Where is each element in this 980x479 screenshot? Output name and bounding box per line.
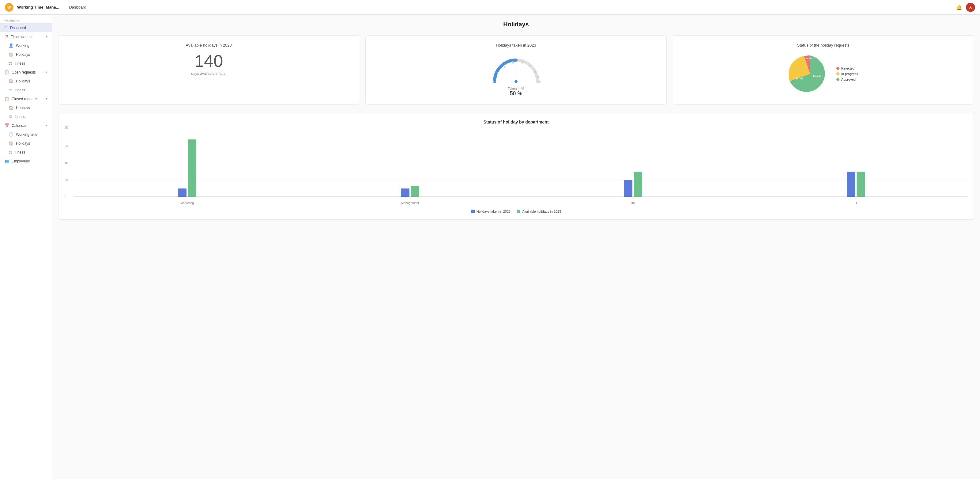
- chevron-down-icon: ▾: [46, 70, 48, 74]
- svg-text:4: 4: [503, 65, 505, 68]
- sidebar-item-label: Illness: [15, 88, 25, 92]
- approved-dot: [836, 78, 840, 81]
- topbar-nav: Dasboard: [69, 5, 86, 10]
- dept-marketing: [76, 129, 299, 197]
- bar-chart-legend: Holidays taken in 2023 Available holiday…: [65, 210, 967, 213]
- dept-it: [745, 129, 967, 197]
- notification-icon[interactable]: 🔔: [956, 4, 962, 10]
- dept-management: [299, 129, 522, 197]
- y-label-40: 40: [65, 161, 68, 165]
- sidebar-item-label: Open requests: [12, 70, 36, 75]
- avatar[interactable]: A: [966, 3, 975, 12]
- dept-labels: Marketing Management HR IT: [76, 201, 967, 205]
- sidebar-item-time-accounts[interactable]: ⏱ Time accounts ▾: [0, 32, 52, 41]
- sidebar-item-label: Dasboard: [10, 26, 26, 30]
- clock-icon: 🕐: [9, 132, 13, 137]
- time-accounts-icon: ⏱: [4, 34, 8, 39]
- it-available-bar: [857, 172, 865, 197]
- sidebar-item-label: Holidays: [16, 141, 30, 145]
- sidebar-item-closed-holidays[interactable]: 🏠 Holidays: [0, 103, 52, 112]
- sidebar-item-label: Holidays: [16, 79, 30, 83]
- sidebar-item-label: Employees: [12, 159, 30, 163]
- dept-label-it: IT: [745, 201, 967, 205]
- legend-rejected: Rejected: [836, 67, 858, 70]
- chevron-down-icon: ▾: [46, 35, 48, 38]
- pie-legend: Rejected In progress Approved: [836, 67, 858, 81]
- available-holidays-subtitle: days available in total: [191, 72, 226, 76]
- sidebar-item-working-time[interactable]: 🕐 Working time: [0, 130, 52, 139]
- svg-text:7: 7: [528, 65, 530, 68]
- illness-icon: ⚖: [9, 61, 12, 65]
- sidebar-item-label: Illness: [15, 115, 25, 119]
- svg-point-10: [514, 80, 517, 83]
- closed-requests-icon: 📋: [4, 97, 9, 101]
- topbar-right: 🔔 A: [956, 3, 975, 12]
- approved-label: Approved: [841, 78, 856, 81]
- topbar: W Working Time: Mana... Dasboard 🔔 A: [0, 0, 980, 15]
- hr-available-bar: [634, 172, 642, 197]
- legend-in-progress: In progress: [836, 72, 858, 76]
- bar-chart-section: Status of holiday by department 80 60 40…: [58, 113, 974, 220]
- chevron-down-icon: ▾: [46, 97, 48, 101]
- topbar-left: W Working Time: Mana... Dasboard: [5, 3, 86, 12]
- sidebar-item-closed-requests[interactable]: 📋 Closed requests ▾: [0, 94, 52, 103]
- layout: Navigation ⊞ Dasboard ⏱ Time accounts ▾ …: [0, 15, 980, 479]
- bars-container: [76, 129, 967, 197]
- gauge-wrapper: 0 2 4 5 6 7 8: [488, 53, 544, 97]
- management-bars: [401, 129, 419, 197]
- svg-text:0: 0: [492, 81, 494, 84]
- in-progress-label: In progress: [841, 72, 858, 76]
- available-legend-dot: [517, 210, 520, 213]
- sidebar-item-label: Closed requests: [12, 97, 38, 101]
- illness-icon: ⚖: [9, 114, 12, 119]
- sidebar-item-cal-illness[interactable]: ⚖ Illness: [0, 148, 52, 156]
- legend-taken: Holidays taken in 2023: [471, 210, 511, 213]
- available-legend-label: Available holidays in 2023: [522, 210, 561, 213]
- in-progress-dot: [836, 72, 840, 75]
- chevron-down-icon: ▾: [46, 124, 48, 127]
- rejected-label: Rejected: [841, 67, 854, 70]
- sidebar-item-label: Illness: [15, 61, 25, 65]
- nav-label: Navigation: [0, 15, 52, 23]
- holidays-icon: 🏠: [9, 141, 13, 145]
- sidebar-item-dashboard[interactable]: ⊞ Dasboard: [0, 23, 52, 32]
- marketing-available-bar: [188, 139, 196, 197]
- pie-row: 68.2% 27.3% 4.5% Rejected In progress: [789, 53, 858, 95]
- holidays-icon: 🏠: [9, 105, 13, 110]
- person-icon: 👤: [9, 43, 13, 48]
- sidebar-item-illness[interactable]: ⚖ Illness: [0, 59, 52, 68]
- available-holidays-card: Available holidays in 2023 140 days avai…: [58, 35, 359, 104]
- sidebar-item-cal-holidays[interactable]: 🏠 Holidays: [0, 139, 52, 148]
- dept-label-hr: HR: [522, 201, 745, 205]
- holidays-icon: 🏠: [9, 79, 13, 83]
- sidebar-item-open-requests[interactable]: 📋 Open requests ▾: [0, 68, 52, 77]
- sidebar-item-open-illness[interactable]: ⚖ Illness: [0, 86, 52, 94]
- hr-taken-bar: [624, 180, 632, 197]
- holidays-icon: 🏠: [9, 52, 13, 57]
- marketing-bars: [178, 129, 196, 197]
- sidebar-item-label: Holidays: [16, 106, 30, 110]
- sidebar-item-employees[interactable]: 👥 Employees: [0, 156, 52, 166]
- rejected-dot: [836, 67, 840, 70]
- employees-icon: 👥: [4, 159, 9, 163]
- svg-text:10: 10: [538, 80, 541, 83]
- bar-chart-area: 80 60 40 20 0: [65, 129, 967, 206]
- illness-icon: ⚖: [9, 150, 12, 155]
- sidebar-item-label: Working: [16, 43, 29, 48]
- svg-text:68.2%: 68.2%: [813, 75, 821, 78]
- sidebar-item-holidays[interactable]: 🏠 Holidays: [0, 50, 52, 59]
- it-taken-bar: [847, 172, 855, 197]
- sidebar-item-open-holidays[interactable]: 🏠 Holidays: [0, 77, 52, 86]
- holidays-taken-card: Holidays taken in 2023 0 2: [365, 35, 667, 104]
- sidebar-item-working[interactable]: 👤 Working: [0, 41, 52, 50]
- legend-available: Available holidays in 2023: [517, 210, 561, 213]
- sidebar-item-label: Working time: [16, 133, 37, 137]
- sidebar-item-label: Time accounts: [11, 35, 35, 39]
- sidebar-item-calendar[interactable]: 📅 Calendar ▾: [0, 121, 52, 130]
- available-holidays-title: Available holidays in 2023: [186, 43, 232, 48]
- dept-hr: [522, 129, 745, 197]
- pie-chart: 68.2% 27.3% 4.5%: [789, 53, 832, 95]
- sidebar-item-closed-illness[interactable]: ⚖ Illness: [0, 112, 52, 121]
- holiday-status-title: Status of the holiday requests: [797, 43, 850, 48]
- svg-text:6: 6: [521, 61, 523, 64]
